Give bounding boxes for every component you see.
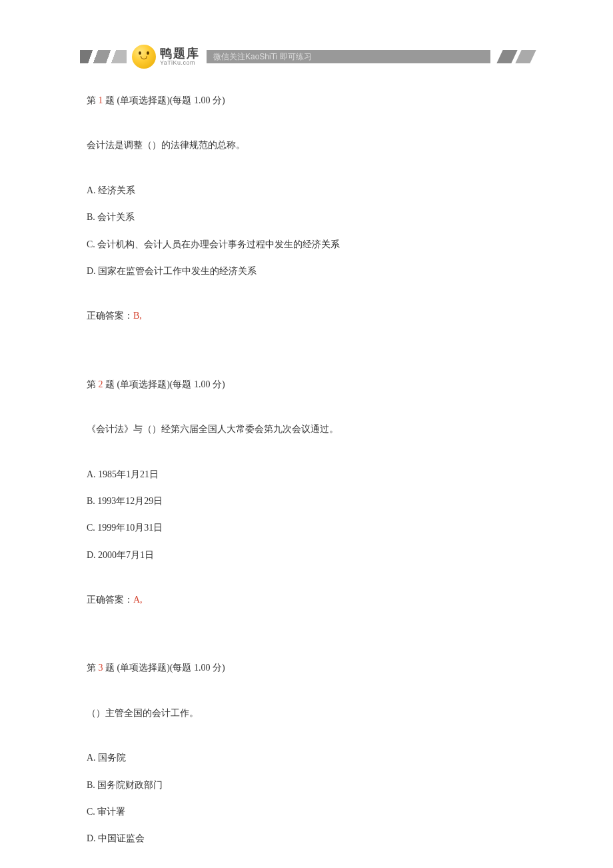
question-options: A. 1985年1月21日 B. 1993年12月29日 C. 1999年10月…	[87, 467, 526, 563]
question-meta: 题 (单项选择题)(每题 1.00 分)	[103, 379, 225, 389]
logo-subtitle: YaTiKu.com	[160, 59, 200, 67]
logo-title: 鸭题库	[160, 47, 200, 59]
option-d: D. 中国证监会	[87, 831, 526, 846]
question-stem: （）主管全国的会计工作。	[87, 706, 526, 721]
header-stripe-left	[80, 50, 127, 63]
question-stem: 会计法是调整（）的法律规范的总称。	[87, 138, 526, 153]
option-c: C. 1999年10月31日	[87, 521, 526, 535]
option-b: B. 1993年12月29日	[87, 494, 526, 509]
question-answer: 正确答案：B,	[87, 309, 526, 323]
question-block-1: 第 1 题 (单项选择题)(每题 1.00 分) 会计法是调整（）的法律规范的总…	[87, 93, 526, 324]
option-a: A. 国务院	[87, 751, 526, 765]
header-banner: 微信关注KaoShiTi 即可练习	[207, 50, 490, 63]
question-number-prefix: 第	[87, 663, 99, 673]
option-a: A. 经济关系	[87, 183, 526, 198]
decorative-stripe	[515, 50, 536, 63]
question-header: 第 1 题 (单项选择题)(每题 1.00 分)	[87, 93, 526, 108]
document-page: 鸭题库 YaTiKu.com 微信关注KaoShiTi 即可练习 第 1 题 (…	[0, 40, 613, 868]
question-header: 第 3 题 (单项选择题)(每题 1.00 分)	[87, 661, 526, 675]
answer-label: 正确答案：	[87, 595, 133, 605]
page-header: 鸭题库 YaTiKu.com 微信关注KaoShiTi 即可练习	[80, 40, 533, 73]
answer-value: A,	[133, 595, 143, 605]
question-answer: 正确答案：A,	[87, 593, 526, 607]
question-number-prefix: 第	[87, 379, 99, 389]
option-c: C. 会计机构、会计人员在办理会计事务过程中发生的经济关系	[87, 237, 526, 252]
question-header: 第 2 题 (单项选择题)(每题 1.00 分)	[87, 377, 526, 392]
question-block-3: 第 3 题 (单项选择题)(每题 1.00 分) （）主管全国的会计工作。 A.…	[87, 661, 526, 846]
banner-text: 微信关注KaoShiTi 即可练习	[213, 51, 312, 63]
option-c: C. 审计署	[87, 805, 526, 819]
question-options: A. 国务院 B. 国务院财政部门 C. 审计署 D. 中国证监会	[87, 751, 526, 847]
question-number: 2	[99, 379, 103, 389]
question-number: 1	[99, 95, 103, 105]
question-number-prefix: 第	[87, 95, 99, 105]
logo-icon	[132, 45, 156, 69]
content-area: 第 1 题 (单项选择题)(每题 1.00 分) 会计法是调整（）的法律规范的总…	[0, 73, 613, 847]
decorative-stripe	[496, 50, 517, 63]
question-stem: 《会计法》与（）经第六届全国人大常委会第九次会议通过。	[87, 422, 526, 437]
option-d: D. 国家在监管会计工作中发生的经济关系	[87, 264, 526, 279]
option-d: D. 2000年7月1日	[87, 548, 526, 563]
question-options: A. 经济关系 B. 会计关系 C. 会计机构、会计人员在办理会计事务过程中发生…	[87, 183, 526, 279]
question-block-2: 第 2 题 (单项选择题)(每题 1.00 分) 《会计法》与（）经第六届全国人…	[87, 377, 526, 608]
logo-text: 鸭题库 YaTiKu.com	[160, 47, 200, 67]
answer-value: B,	[133, 311, 142, 321]
option-a: A. 1985年1月21日	[87, 467, 526, 482]
question-meta: 题 (单项选择题)(每题 1.00 分)	[103, 95, 225, 105]
question-meta: 题 (单项选择题)(每题 1.00 分)	[103, 663, 225, 673]
answer-label: 正确答案：	[87, 311, 133, 321]
header-stripe-right	[496, 50, 533, 63]
option-b: B. 会计关系	[87, 210, 526, 225]
question-number: 3	[99, 663, 103, 673]
option-b: B. 国务院财政部门	[87, 778, 526, 793]
